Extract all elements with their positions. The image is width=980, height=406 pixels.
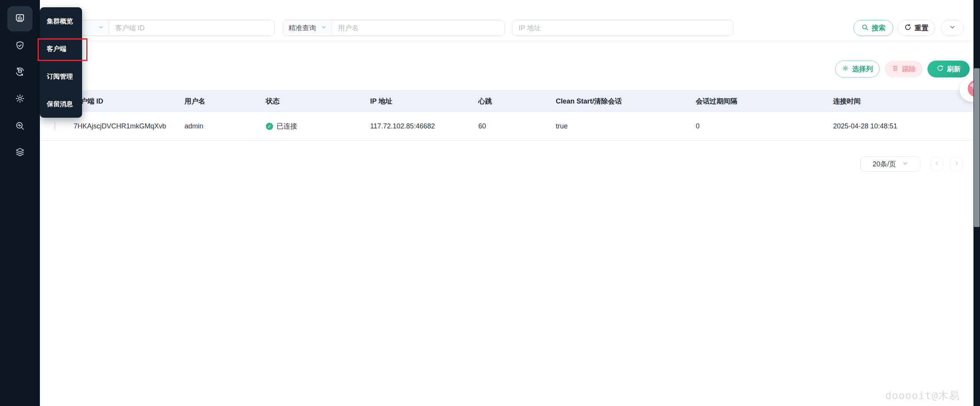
keepalive-value: 60 [478, 122, 556, 130]
menu-item-cluster-overview[interactable]: 集群概览 [40, 7, 82, 35]
layers-icon [15, 147, 25, 159]
page-size-value: 20条/页 [873, 159, 896, 169]
menu-item-retained-messages[interactable]: 保留消息 [40, 90, 82, 118]
dashboard-icon [15, 13, 25, 25]
refresh-button[interactable]: 刷新 [927, 61, 970, 77]
col-status: 状态 [266, 97, 370, 106]
client-id-link[interactable]: 7HKAjscjDVCHR1mkGMqXvb [74, 122, 184, 130]
connected-at-value: 2025-04-28 10:48:51 [833, 122, 973, 130]
prev-page-button[interactable] [930, 157, 943, 171]
query-mode-value: 精准查询 [288, 23, 316, 33]
sidebar-item-diagnose[interactable] [7, 114, 33, 140]
table-row: 7HKAjscjDVCHR1mkGMqXvb admin 已连接 117.72.… [40, 112, 973, 141]
chevron-down-icon [98, 24, 104, 32]
col-clean-start: Clean Start/清除会话 [556, 97, 696, 106]
page-size-select[interactable]: 20条/页 [860, 156, 921, 172]
sidebar-item-monitoring[interactable] [7, 6, 33, 31]
main-content: 精准查询 搜索 重置 选择列 [40, 0, 973, 406]
col-session-expiry: 会话过期间隔 [696, 97, 833, 106]
gear-icon [842, 65, 849, 74]
ip-address-input[interactable] [512, 20, 733, 36]
client-id-filter-group [54, 20, 275, 36]
check-circle-icon [266, 123, 273, 130]
gear-icon [15, 93, 25, 105]
trash-icon [892, 65, 899, 74]
sidebar [0, 0, 40, 406]
reset-button-label: 重置 [915, 23, 929, 33]
scrollbar-track[interactable] [973, 0, 980, 406]
reset-button[interactable]: 重置 [898, 20, 935, 36]
chevron-left-icon [934, 160, 940, 168]
ip-value: 117.72.102.85:46682 [370, 122, 478, 130]
app-window: 精准查询 搜索 重置 选择列 [0, 0, 980, 406]
sidebar-item-data-integration[interactable] [7, 60, 33, 85]
watermark: dooooit@木易 [885, 389, 960, 403]
select-columns-label: 选择列 [852, 64, 873, 74]
status-badge: 已连接 [277, 122, 297, 131]
sidebar-item-management[interactable] [7, 87, 33, 112]
kick-button-label: 踢除 [902, 64, 916, 74]
session-expiry-value: 0 [696, 122, 833, 130]
col-connected-at: 连接时间 [833, 97, 973, 106]
username-input[interactable] [332, 20, 504, 36]
col-client-id: 客户端 ID [74, 97, 184, 106]
kick-button[interactable]: 踢除 [885, 61, 922, 77]
scrollbar-thumb[interactable] [974, 68, 980, 227]
username-filter-group: 精准查询 [283, 20, 505, 36]
sidebar-item-extensions[interactable] [7, 140, 33, 166]
reset-icon [904, 24, 911, 33]
username-value: admin [184, 122, 266, 130]
clean-start-value: true [556, 122, 696, 130]
monitor-search-icon [15, 121, 25, 133]
search-icon [861, 24, 868, 33]
shield-check-icon [15, 40, 25, 53]
next-page-button[interactable] [950, 157, 963, 171]
database-sync-icon [15, 66, 25, 79]
expand-filters-button[interactable] [941, 20, 964, 36]
refresh-icon [937, 65, 944, 74]
ip-filter-group [512, 20, 733, 36]
chevron-down-icon [902, 160, 908, 168]
select-columns-button[interactable]: 选择列 [835, 61, 880, 77]
chevron-right-icon [954, 160, 960, 168]
search-button-label: 搜索 [872, 23, 886, 33]
filter-bar: 精准查询 搜索 重置 [40, 0, 973, 41]
refresh-button-label: 刷新 [947, 64, 961, 74]
table-header: 客户端 ID 用户名 状态 IP 地址 心跳 Clean Start/清除会话 … [40, 90, 973, 112]
col-ip: IP 地址 [370, 97, 478, 106]
sidebar-item-access-control[interactable] [7, 34, 33, 59]
chevron-down-icon [321, 24, 327, 32]
sidebar-flyout-menu: 集群概览 客户端 订阅管理 保留消息 [40, 7, 82, 118]
row-checkbox[interactable] [54, 122, 55, 130]
chevron-down-icon [949, 24, 956, 33]
menu-item-clients[interactable]: 客户端 [40, 35, 82, 62]
search-button[interactable]: 搜索 [853, 20, 893, 36]
status-cell: 已连接 [266, 122, 370, 131]
col-username: 用户名 [184, 97, 266, 106]
menu-item-subscriptions[interactable]: 订阅管理 [40, 62, 82, 90]
query-mode-select[interactable]: 精准查询 [283, 20, 332, 36]
col-keepalive: 心跳 [478, 97, 556, 106]
client-id-input[interactable] [109, 20, 274, 36]
